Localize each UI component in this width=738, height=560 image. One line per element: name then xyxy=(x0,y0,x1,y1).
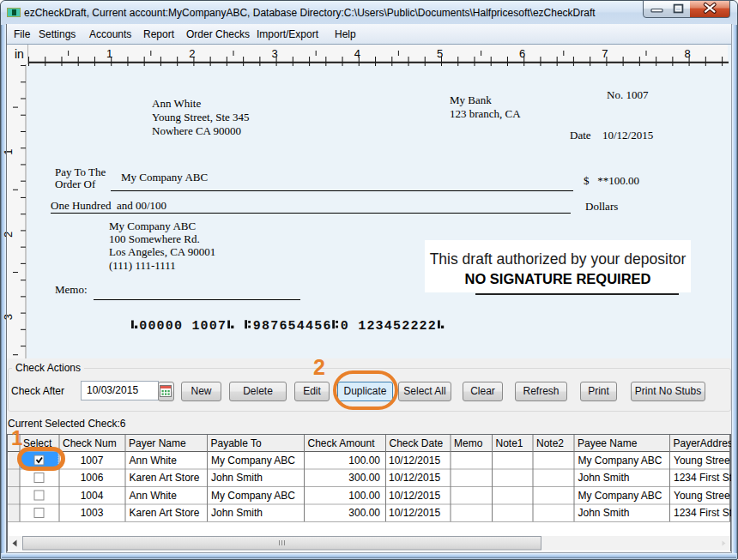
svg-text:4: 4 xyxy=(305,319,313,333)
svg-text:1: 1 xyxy=(191,319,199,333)
svg-text:2: 2 xyxy=(2,232,15,238)
svg-text:9: 9 xyxy=(253,319,261,333)
svg-text:John Smith: John Smith xyxy=(211,507,263,519)
svg-text:Check Date: Check Date xyxy=(390,437,444,449)
svg-text:4: 4 xyxy=(354,47,360,60)
svg-text:Karen Art Store: Karen Art Store xyxy=(130,472,200,484)
svg-text:7: 7 xyxy=(270,319,278,333)
svg-text:John Smith: John Smith xyxy=(211,472,263,484)
svg-text:PayerAddres: PayerAddres xyxy=(674,437,732,449)
svg-text:2: 2 xyxy=(366,319,374,333)
svg-text:7: 7 xyxy=(218,319,226,333)
svg-text:Check Num: Check Num xyxy=(63,437,117,449)
svg-text:0: 0 xyxy=(341,319,348,333)
svg-text:1003: 1003 xyxy=(81,507,104,519)
svg-text:0: 0 xyxy=(148,319,155,333)
svg-text:Ann White: Ann White xyxy=(130,455,178,467)
svg-text:100.00: 100.00 xyxy=(348,490,380,502)
svg-text:1006: 1006 xyxy=(81,472,104,484)
svg-text:1: 1 xyxy=(106,47,112,60)
svg-text:0: 0 xyxy=(139,319,147,333)
svg-text:300.00: 300.00 xyxy=(348,507,380,519)
svg-text:My Company ABC: My Company ABC xyxy=(578,490,662,502)
svg-text:6: 6 xyxy=(279,319,287,333)
svg-text:My Company ABC: My Company ABC xyxy=(211,490,295,502)
svg-text:0: 0 xyxy=(174,319,182,333)
svg-text:John Smith: John Smith xyxy=(578,472,630,484)
svg-text:1234 First Str: 1234 First Str xyxy=(674,472,731,484)
svg-text:2: 2 xyxy=(428,319,436,333)
svg-text:1: 1 xyxy=(2,149,15,155)
svg-text:0: 0 xyxy=(209,319,217,333)
svg-text:Note1: Note1 xyxy=(496,437,523,449)
svg-text:10/12/2015: 10/12/2015 xyxy=(389,507,440,519)
svg-text:My Company ABC: My Company ABC xyxy=(211,455,295,467)
svg-text:2: 2 xyxy=(410,319,418,333)
svg-text:Karen Art Store: Karen Art Store xyxy=(130,507,200,519)
svg-text:My Company ABC: My Company ABC xyxy=(578,455,662,467)
svg-text:0: 0 xyxy=(157,319,165,333)
svg-text:Young Stree: Young Stree xyxy=(674,490,730,502)
svg-text:0: 0 xyxy=(166,319,173,333)
svg-text:3: 3 xyxy=(2,314,15,320)
svg-text:Payer Name: Payer Name xyxy=(129,437,186,449)
svg-text:10/12/2015: 10/12/2015 xyxy=(389,455,440,467)
svg-text:Ann White: Ann White xyxy=(130,490,178,502)
svg-text:8: 8 xyxy=(684,47,690,60)
svg-text:1004: 1004 xyxy=(81,490,104,502)
svg-text:Note2: Note2 xyxy=(536,437,564,449)
svg-text:1: 1 xyxy=(358,319,366,333)
svg-text:3: 3 xyxy=(376,319,384,333)
svg-text:5: 5 xyxy=(437,47,443,60)
svg-text:6: 6 xyxy=(519,47,525,60)
svg-text:5: 5 xyxy=(393,319,401,333)
svg-text:John Smith: John Smith xyxy=(578,507,630,519)
svg-text:4: 4 xyxy=(384,319,392,333)
svg-text:5: 5 xyxy=(314,319,322,333)
svg-text:4: 4 xyxy=(297,319,305,333)
svg-text:300.00: 300.00 xyxy=(348,472,380,484)
svg-text:1007: 1007 xyxy=(81,455,104,467)
svg-text:100.00: 100.00 xyxy=(348,455,380,467)
svg-text:10/12/2015: 10/12/2015 xyxy=(389,472,440,484)
svg-text:Payee Name: Payee Name xyxy=(578,437,638,449)
svg-text:10/12/2015: 10/12/2015 xyxy=(389,490,440,502)
svg-text:7: 7 xyxy=(602,47,608,60)
svg-text:5: 5 xyxy=(288,319,296,333)
svg-text:2: 2 xyxy=(402,319,409,333)
svg-text:6: 6 xyxy=(323,319,330,333)
svg-text:2: 2 xyxy=(420,319,427,333)
svg-text:8: 8 xyxy=(262,319,269,333)
svg-text:3: 3 xyxy=(271,47,277,60)
svg-text:1234 First Str: 1234 First Str xyxy=(674,507,731,519)
svg-text:Check Amount: Check Amount xyxy=(308,437,376,449)
svg-text:Memo: Memo xyxy=(454,437,483,449)
svg-text:Young Stree: Young Stree xyxy=(674,455,730,467)
svg-text:0: 0 xyxy=(201,319,209,333)
svg-text:2: 2 xyxy=(189,47,195,60)
svg-text:Payable To: Payable To xyxy=(211,437,262,449)
